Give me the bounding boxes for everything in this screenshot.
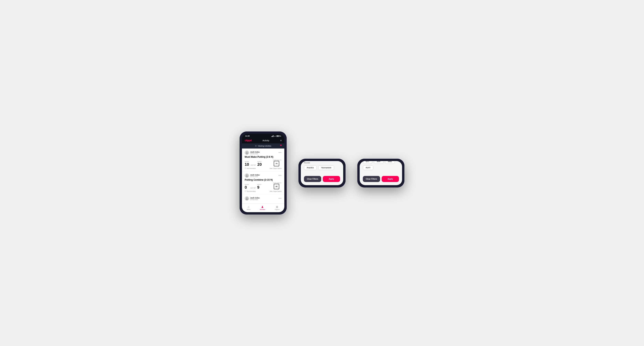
svg-point-3 [246, 176, 248, 177]
status-icons-1: ▲ 31 [271, 135, 281, 137]
time-1: 11:33 [245, 135, 250, 137]
user-name-1: Josh Coles [250, 151, 260, 153]
signal-bar-2 [272, 136, 272, 137]
card-header-3: Josh Coles 28 Feb 2023 ••• [245, 196, 282, 201]
phone-filter-rounds: 11:33 ▲ 31 clippd [298, 159, 346, 187]
filter-sheet-practice: Filter ✕ Show Rounds Practice Drills Pra… [360, 161, 402, 185]
stat-score-1: Score 10 [245, 161, 249, 166]
tournament-btn-2[interactable]: Tournament [318, 165, 334, 170]
test-info-2: ⓘ Test Information [245, 190, 256, 192]
activities-icon: ♟ [261, 205, 264, 208]
stat-shots-1: Shots 20 [258, 161, 262, 166]
nav-activities[interactable]: ♟ Activities [260, 205, 265, 210]
filter-footer-2: Clear Filters Apply [304, 176, 340, 182]
svg-point-2 [246, 174, 248, 176]
activity-title-1: Must Make Putting (3-6 ft) [245, 156, 282, 158]
clear-filters-btn-2[interactable]: Clear Filters [304, 176, 321, 182]
user-meta-3: Josh Coles 28 Feb 2023 [250, 197, 260, 200]
phone-filter-practice: 11:33 ▲ 31 clippd [357, 159, 404, 187]
avatar-2 [245, 173, 249, 178]
activity-card-3-partial: Josh Coles 28 Feb 2023 ••• [242, 194, 284, 203]
viewing-bar-1[interactable]: ⚙ Viewing Activities [242, 143, 284, 149]
card-footer-2: ⓘ Test Information Data: Clippd Capture [245, 190, 282, 192]
wifi-icon-1: ▲ [274, 135, 276, 137]
menu-icon-1[interactable]: ≡ [280, 139, 282, 142]
stats-row-2: Score 0 OUT OF Shots 9 Shot Quality 45 [245, 182, 282, 189]
card-footer-1: ⓘ Test Information Data: Clippd Capture [245, 168, 282, 169]
card-header-1: Josh Coles 28 Feb 2023 ••• [245, 151, 282, 155]
rounds-buttons-2: Practice Tournament [304, 165, 340, 170]
stat-score-2: Score 0 [245, 184, 249, 189]
avatar-1 [245, 151, 249, 155]
phone-activities: 11:33 ▲ 31 clippd [240, 132, 287, 214]
user-info-1: Josh Coles 28 Feb 2023 [245, 151, 260, 155]
more-dots-3[interactable]: ••• [278, 197, 282, 200]
user-meta-2: Josh Coles 28 Feb 2023 [250, 174, 260, 177]
avatar-inner-3 [245, 196, 249, 200]
stat-quality-2: Shot Quality 45 [273, 182, 282, 189]
info-icon-1: ⓘ [245, 168, 246, 169]
header-title-1: Activity [262, 139, 270, 142]
rounds-label-2: Rounds [304, 162, 340, 164]
signal-bar-1 [271, 136, 272, 137]
signal-bar-3 [272, 136, 273, 137]
red-dot-1 [280, 145, 282, 146]
nav-capture[interactable]: ⊕ Capture [275, 205, 280, 210]
filter-icon-1: ⚙ [255, 145, 257, 147]
home-icon: ⌂ [248, 205, 249, 208]
out-of-2: OUT OF [250, 187, 256, 189]
phone-screen-1: 11:33 ▲ 31 clippd [242, 134, 284, 212]
clear-filters-btn-3[interactable]: Clear Filters [363, 176, 380, 182]
user-date-3: 28 Feb 2023 [250, 199, 260, 200]
activity-title-2: Putting Combine (3-15 ft) [245, 178, 282, 181]
battery-pct-1: 31 [280, 135, 281, 137]
info-icon-2: ⓘ [245, 190, 246, 192]
practice-btn-2[interactable]: Practice [304, 165, 317, 170]
svg-point-0 [246, 152, 248, 153]
ott-btn-3[interactable]: OTT [363, 161, 372, 164]
apply-btn-3[interactable]: Apply [382, 176, 399, 182]
quality-label-2: Shot Quality [273, 182, 282, 183]
nav-activities-label: Activities [260, 209, 265, 210]
user-name-2: Josh Coles [250, 174, 260, 176]
nav-home[interactable]: ⌂ Home [247, 205, 250, 210]
stats-row-1: Score 10 OUT OF Shots 20 Shot Quality 75 [245, 160, 282, 166]
signal-bar-4 [273, 135, 274, 137]
user-date-1: 28 Feb 2023 [250, 153, 260, 154]
nav-capture-label: Capture [275, 209, 280, 210]
app-content-1: Josh Coles 28 Feb 2023 ••• Must Make Put… [242, 149, 284, 203]
shots-value-2: 9 [257, 185, 261, 189]
activity-card-2: Josh Coles 28 Feb 2023 ••• Putting Combi… [242, 172, 284, 194]
svg-point-1 [246, 153, 248, 154]
user-info-2: Josh Coles 28 Feb 2023 [245, 173, 260, 178]
scene: 11:33 ▲ 31 clippd [228, 120, 416, 226]
test-info-1: ⓘ Test Information [245, 168, 256, 169]
data-source-2: Data: Clippd Capture [270, 191, 282, 192]
user-info-3: Josh Coles 28 Feb 2023 [245, 196, 260, 201]
user-date-2: 28 Feb 2023 [250, 176, 260, 177]
user-name-3: Josh Coles [250, 197, 260, 199]
quality-badge-1: 75 [274, 161, 279, 166]
more-dots-1[interactable]: ••• [278, 151, 282, 154]
quality-badge-2: 45 [274, 184, 279, 189]
svg-point-5 [246, 199, 248, 200]
nav-home-label: Home [247, 209, 250, 210]
test-info-text-2: Test Information [247, 191, 256, 192]
drill-buttons-3: OTT APP ARG PUTT [363, 161, 399, 170]
filter-sheet-rounds: Filter ✕ Show Rounds Practice Drills Rou… [301, 161, 343, 185]
activity-card-1: Josh Coles 28 Feb 2023 ••• Must Make Put… [242, 149, 284, 172]
arg-btn-3[interactable]: ARG [385, 161, 395, 164]
more-dots-2[interactable]: ••• [278, 174, 282, 177]
filter-footer-3: Clear Filters Apply [363, 176, 399, 182]
battery-icon-1 [276, 135, 279, 137]
avatar-inner-1 [245, 151, 249, 155]
user-meta-1: Josh Coles 28 Feb 2023 [250, 151, 260, 154]
apply-btn-2[interactable]: Apply [323, 176, 340, 182]
putt-btn-3[interactable]: PUTT [363, 165, 374, 170]
app-btn-3[interactable]: APP [374, 161, 384, 164]
capture-icon: ⊕ [276, 205, 278, 208]
test-info-text-1: Test Information [247, 168, 256, 169]
out-of-1: OUT OF [250, 164, 256, 166]
svg-point-4 [246, 197, 248, 199]
quality-label-1: Shot Quality [273, 160, 282, 161]
